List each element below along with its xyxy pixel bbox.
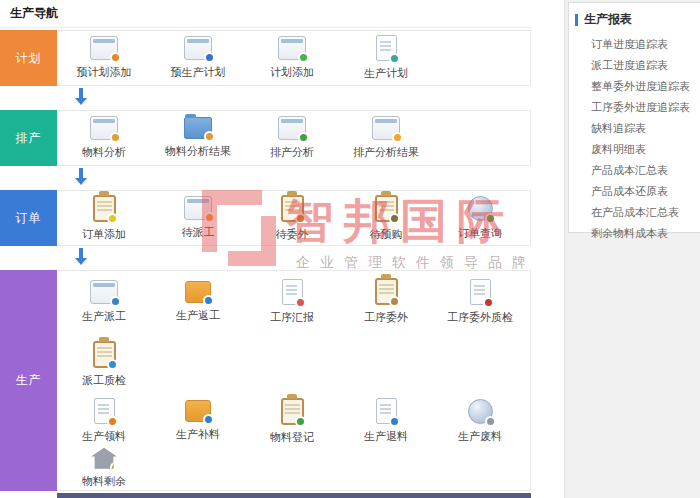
report-link-surplus-material-cost[interactable]: 剩余物料成本表 [569, 223, 700, 244]
section-plan-block[interactable]: 计划 [0, 30, 57, 86]
folder-chart-icon [184, 117, 212, 139]
window-search-icon [90, 280, 118, 304]
report-link-whole-order-outsourcing-progress[interactable]: 整单委外进度追踪表 [569, 76, 700, 97]
icon-badge [295, 213, 306, 224]
item-label: 生产补料 [176, 427, 220, 442]
down-arrow-icon [75, 88, 87, 105]
page-title: 生产导航 [10, 5, 58, 22]
clipboard-shield-icon [93, 341, 116, 368]
icon-badge [295, 416, 306, 427]
globe-icon [468, 399, 493, 424]
report-link-scrap-detail[interactable]: 废料明细表 [569, 139, 700, 160]
clock-query-icon [468, 196, 493, 221]
nav-item-production-rework[interactable]: 生产返工 [151, 281, 245, 323]
nav-item-scheduling-analysis-result[interactable]: 排产分析结果 [339, 116, 433, 160]
item-label: 工序汇报 [270, 310, 314, 325]
item-label: 生产返工 [176, 308, 220, 323]
item-label: 生产废料 [458, 429, 502, 444]
item-label: 待预购 [370, 227, 403, 242]
nav-item-pending-dispatch[interactable]: 待派工 [151, 196, 245, 240]
section-production-label: 生产 [16, 372, 42, 389]
nav-item-plan-add[interactable]: 计划添加 [245, 36, 339, 80]
section-order: 订单 订单添加 待派工 待委外 待预购 [0, 190, 531, 246]
nav-item-order-query[interactable]: 订单查询 [433, 196, 527, 241]
item-label: 预生产计划 [171, 65, 226, 80]
blue-accent-bar [575, 14, 578, 26]
section-scheduling-block[interactable]: 排产 [0, 110, 57, 166]
nav-item-production-scrap[interactable]: 生产废料 [433, 399, 527, 444]
report-link-process-outsourcing-progress[interactable]: 工序委外进度追踪表 [569, 97, 700, 118]
icon-badge [485, 416, 496, 427]
item-label: 计划添加 [270, 65, 314, 80]
nav-item-pending-outsourcing[interactable]: 待委外 [245, 195, 339, 242]
section-scheduling-label: 排产 [16, 130, 42, 147]
nav-item-material-register[interactable]: 物料登记 [245, 398, 339, 445]
item-label: 排产分析结果 [353, 145, 419, 160]
nav-item-production-plan[interactable]: 生产计划 [339, 35, 433, 81]
next-section-cutoff [57, 493, 531, 498]
nav-item-material-return[interactable]: 生产退料 [339, 398, 433, 444]
nav-item-pre-production-plan[interactable]: 预生产计划 [151, 36, 245, 80]
calendar-clock-icon [278, 116, 306, 140]
section-production-block[interactable]: 生产 [0, 270, 57, 491]
nav-item-dispatch-qc[interactable]: 派工质检 [57, 341, 151, 388]
section-plan: 计划 预计划添加 预生产计划 计划添加 生产计划 [0, 30, 531, 86]
section-order-block[interactable]: 订单 [0, 190, 57, 246]
report-link-dispatch-progress[interactable]: 派工进度追踪表 [569, 55, 700, 76]
report-link-product-cost-restore[interactable]: 产品成本还原表 [569, 181, 700, 202]
icon-badge [110, 132, 121, 143]
nav-item-production-dispatch[interactable]: 生产派工 [57, 280, 151, 324]
item-label: 排产分析 [270, 145, 314, 160]
report-link-shortage-tracking[interactable]: 缺料追踪表 [569, 118, 700, 139]
item-label: 物料分析 [82, 145, 126, 160]
nav-item-material-analysis-result[interactable]: 物料分析结果 [151, 117, 245, 159]
nav-item-material-surplus[interactable]: 物料剩余 [57, 448, 151, 489]
item-label: 工序委外质检 [447, 310, 513, 325]
nav-item-material-analysis[interactable]: 物料分析 [57, 116, 151, 160]
nav-item-pre-plan-add[interactable]: 预计划添加 [57, 36, 151, 80]
report-link-order-progress[interactable]: 订单进度追踪表 [569, 34, 700, 55]
icon-badge [203, 295, 214, 306]
warehouse-icon [91, 448, 117, 469]
icon-badge [107, 416, 118, 427]
nav-item-order-add[interactable]: 订单添加 [57, 195, 151, 242]
icon-badge [298, 52, 309, 63]
reports-panel-header: 生产报表 [569, 3, 700, 32]
nav-item-process-outsourcing[interactable]: 工序委外 [339, 278, 433, 325]
box-plus-icon [185, 400, 211, 422]
production-navigation-page: 生产导航 计划 预计划添加 预生产计划 计划添加 [0, 0, 700, 498]
item-label: 派工质检 [82, 373, 126, 388]
nav-item-scheduling-analysis[interactable]: 排产分析 [245, 116, 339, 160]
icon-badge [204, 131, 215, 142]
report-link-product-cost-summary[interactable]: 产品成本汇总表 [569, 160, 700, 181]
item-label: 订单添加 [82, 227, 126, 242]
nav-item-process-report[interactable]: 工序汇报 [245, 279, 339, 325]
item-label: 订单查询 [458, 226, 502, 241]
item-label: 生产计划 [364, 66, 408, 81]
header-divider [0, 27, 532, 28]
reports-list: 订单进度追踪表 派工进度追踪表 整单委外进度追踪表 工序委外进度追踪表 缺料追踪… [569, 34, 700, 244]
icon-badge [485, 213, 496, 224]
icon-badge [204, 52, 215, 63]
icon-badge [389, 296, 400, 307]
doc-up-arrow-icon [376, 398, 397, 424]
nav-item-process-outsourcing-qc[interactable]: 工序委外质检 [433, 279, 527, 325]
nav-item-pending-purchase[interactable]: 待预购 [339, 195, 433, 242]
nav-item-material-replenish[interactable]: 生产补料 [151, 400, 245, 442]
icon-badge [298, 132, 309, 143]
clipboard-icon [281, 195, 304, 222]
icon-badge [392, 132, 403, 143]
window-chart-icon [90, 116, 118, 140]
item-label: 预计划添加 [77, 65, 132, 80]
nav-item-material-requisition[interactable]: 生产领料 [57, 398, 151, 444]
doc-pencil-icon [282, 279, 303, 305]
clipboard-icon [375, 195, 398, 222]
item-label: 生产派工 [82, 309, 126, 324]
report-link-wip-cost-summary[interactable]: 在产品成本汇总表 [569, 202, 700, 223]
down-arrow-icon [75, 248, 87, 265]
item-label: 生产领料 [82, 429, 126, 444]
window-person-icon [90, 36, 118, 60]
item-label: 物料剩余 [82, 474, 126, 489]
doc-search-icon [376, 35, 397, 61]
section-order-label: 订单 [16, 210, 42, 227]
